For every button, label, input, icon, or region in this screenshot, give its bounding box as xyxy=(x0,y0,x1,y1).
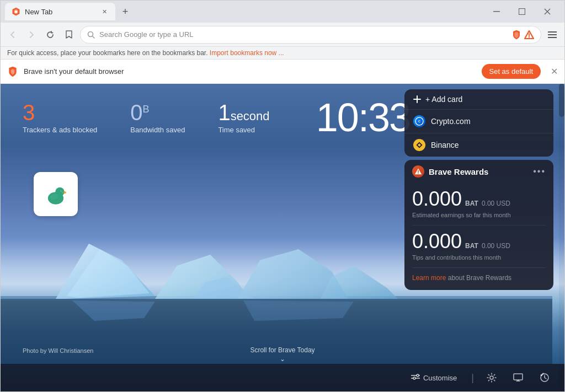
brave-notif-shield-icon xyxy=(7,66,18,77)
earnings-usd-label: 0.00 USD xyxy=(482,200,510,207)
bandwidth-value: 0B xyxy=(130,100,185,125)
svg-marker-24 xyxy=(243,300,354,321)
address-bar[interactable]: Search Google or type a URL xyxy=(80,26,541,44)
set-default-button[interactable]: Set as default xyxy=(482,64,541,79)
svg-rect-3 xyxy=(493,11,500,12)
binance-label: Binance xyxy=(431,141,459,149)
scrollbar-thumb[interactable] xyxy=(559,84,564,117)
plus-icon xyxy=(413,95,421,103)
svg-point-32 xyxy=(56,187,65,196)
stats-overlay: 3 Trackers & ads blocked 0B Bandwidth sa… xyxy=(23,100,270,134)
menu-button[interactable] xyxy=(545,27,560,42)
bookmarks-text: For quick access, place your bookmarks h… xyxy=(7,49,208,57)
bandwidth-stat: 0B Bandwidth saved xyxy=(130,100,185,134)
app-shortcut[interactable] xyxy=(34,172,78,216)
bookmark-button[interactable] xyxy=(61,27,77,42)
rewards-header: Brave Rewards ••• xyxy=(404,160,553,183)
window-controls xyxy=(484,3,560,20)
notification-bar: Brave isn't your default browser Set as … xyxy=(1,60,564,84)
svg-point-43 xyxy=(417,374,419,377)
hamburger-icon xyxy=(548,31,557,39)
brave-favicon xyxy=(12,7,20,16)
tips-bat-value: 0.000 xyxy=(412,230,462,253)
scroll-text: Scroll for Brave Today xyxy=(250,346,315,354)
add-card-label: + Add card xyxy=(425,95,462,104)
bookmarks-bar: For quick access, place your bookmarks h… xyxy=(1,47,564,60)
history-icon xyxy=(540,373,550,383)
tips-desc: Tips and contributions this month xyxy=(412,254,546,261)
scroll-indicator[interactable]: Scroll for Brave Today ⌄ xyxy=(250,346,315,363)
earnings-bat-label: BAT xyxy=(465,200,478,207)
rewards-menu-button[interactable]: ••• xyxy=(533,167,546,176)
crypto-icon: C xyxy=(413,115,425,127)
earnings-amount-row: 0.000 BAT 0.00 USD xyxy=(412,187,546,211)
svg-marker-22 xyxy=(321,266,398,299)
time-value: 1second xyxy=(218,100,269,125)
earnings-desc: Estimated earnings so far this month xyxy=(412,212,546,218)
crypto-card-item[interactable]: C Crypto.com xyxy=(404,110,553,133)
rewards-divider-2 xyxy=(412,267,546,268)
svg-line-8 xyxy=(93,36,95,38)
import-bookmarks-link[interactable]: Import bookmarks now ... xyxy=(210,49,284,57)
svg-rect-49 xyxy=(514,374,523,380)
svg-point-11 xyxy=(529,37,530,38)
customise-button[interactable]: Customise xyxy=(406,370,462,385)
tab-close-button[interactable]: ✕ xyxy=(100,7,109,16)
tips-usd-label: 0.00 USD xyxy=(482,242,510,250)
close-button[interactable] xyxy=(535,3,560,20)
trackers-value: 3 xyxy=(23,100,97,125)
settings-icon xyxy=(487,373,497,383)
maximize-button[interactable] xyxy=(509,3,535,20)
brave-rewards-icon xyxy=(412,165,424,178)
learn-more-suffix: about Brave Rewards xyxy=(446,274,511,282)
search-icon xyxy=(87,31,95,39)
brave-shield-icon xyxy=(512,30,521,40)
svg-rect-4 xyxy=(519,9,525,15)
cards-panel: + Add card C Crypto.com Binance xyxy=(404,89,553,157)
address-placeholder: Search Google or type a URL xyxy=(99,30,508,39)
active-tab[interactable]: New Tab ✕ xyxy=(5,3,115,20)
app-icon xyxy=(42,180,70,208)
learn-more-section: Learn more about Brave Rewards xyxy=(412,272,546,282)
photo-credit: Photo by Will Christiansen xyxy=(23,347,93,354)
refresh-button[interactable] xyxy=(42,27,58,42)
display-icon xyxy=(513,373,523,382)
clock-display: 10:33 xyxy=(316,95,410,140)
trackers-label: Trackers & ads blocked xyxy=(23,126,97,134)
display-button[interactable] xyxy=(509,369,527,386)
binance-icon xyxy=(413,139,425,151)
binance-card-item[interactable]: Binance xyxy=(404,133,553,157)
title-bar: New Tab ✕ + xyxy=(1,1,564,23)
brave-logo-icon xyxy=(524,30,534,39)
history-button[interactable] xyxy=(536,369,553,386)
separator: | xyxy=(471,372,474,384)
rewards-title: Brave Rewards xyxy=(429,167,529,176)
right-panel: + Add card C Crypto.com Binance xyxy=(404,89,553,290)
forward-button[interactable] xyxy=(24,27,39,42)
svg-text:C: C xyxy=(418,120,420,123)
time-label: Time saved xyxy=(218,126,269,134)
scrollbar-track[interactable] xyxy=(559,84,564,391)
bottom-bar: Customise | xyxy=(1,364,564,391)
back-button[interactable] xyxy=(5,27,20,42)
add-card-button[interactable]: + Add card xyxy=(404,89,553,110)
bandwidth-label: Bandwidth saved xyxy=(130,126,185,134)
crypto-label: Crypto.com xyxy=(431,117,471,126)
svg-point-46 xyxy=(413,377,415,379)
rewards-divider xyxy=(412,225,546,225)
trackers-stat: 3 Trackers & ads blocked xyxy=(23,100,97,134)
minimize-button[interactable] xyxy=(484,3,509,20)
earnings-bat-value: 0.000 xyxy=(412,187,462,211)
notification-text: Brave isn't your default browser xyxy=(24,67,476,76)
learn-more-link[interactable]: Learn more xyxy=(412,274,446,282)
svg-point-48 xyxy=(490,376,493,379)
scroll-arrow: ⌄ xyxy=(280,355,285,363)
tab-title: New Tab xyxy=(25,8,95,16)
customise-label: Customise xyxy=(423,374,457,382)
notification-close-button[interactable]: ✕ xyxy=(551,66,558,77)
settings-button[interactable] xyxy=(483,369,500,386)
rewards-body: 0.000 BAT 0.00 USD Estimated earnings so… xyxy=(404,183,553,290)
address-icons xyxy=(512,30,534,40)
time-stat: 1second Time saved xyxy=(218,100,269,134)
new-tab-button[interactable]: + xyxy=(118,4,133,19)
